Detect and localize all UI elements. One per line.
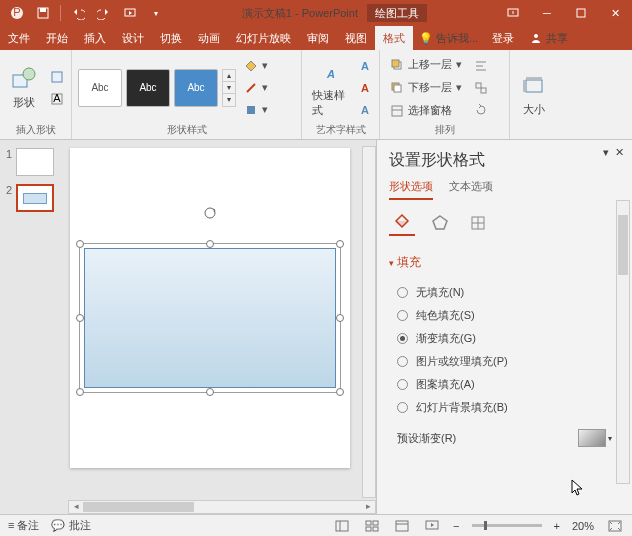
handle-n[interactable] (206, 240, 214, 248)
slide-canvas[interactable]: ◂▸ (60, 140, 376, 514)
group-arrange: 排列 (386, 121, 503, 137)
send-backward-button[interactable]: 下移一层 ▾ (386, 78, 466, 98)
shape-fill-icon[interactable]: ▾ (240, 56, 272, 76)
radio-picture-fill[interactable]: 图片或纹理填充(P) (389, 350, 620, 373)
zoom-slider[interactable] (472, 524, 542, 527)
pane-scrollbar[interactable] (616, 200, 630, 484)
shape-outline-icon[interactable]: ▾ (240, 78, 272, 98)
svg-rect-28 (366, 527, 371, 531)
svg-point-9 (23, 68, 35, 80)
svg-rect-6 (577, 9, 585, 17)
fill-line-icon[interactable] (389, 210, 415, 236)
svg-rect-18 (394, 85, 401, 92)
text-effects-icon[interactable]: A (357, 100, 373, 120)
tab-review[interactable]: 审阅 (299, 26, 337, 50)
shape-effects-icon[interactable]: ▾ (240, 100, 272, 120)
fit-window-icon[interactable] (606, 519, 624, 533)
comments-button[interactable]: 💬 批注 (51, 518, 90, 533)
pane-title: 设置形状格式 (389, 150, 620, 171)
handle-nw[interactable] (76, 240, 84, 248)
share-button[interactable]: 共享 (522, 26, 576, 50)
group-icon[interactable] (470, 78, 492, 98)
radio-solid-fill[interactable]: 纯色填充(S) (389, 304, 620, 327)
handle-ne[interactable] (336, 240, 344, 248)
effects-icon[interactable] (427, 210, 453, 236)
thumb-2[interactable]: 2 (4, 184, 56, 212)
text-box-icon[interactable]: A (46, 89, 68, 109)
zoom-out-icon[interactable]: − (453, 520, 459, 532)
v-scrollbar[interactable] (362, 146, 376, 498)
sorter-view-icon[interactable] (363, 519, 381, 533)
zoom-in-icon[interactable]: + (554, 520, 560, 532)
selection-pane-button[interactable]: 选择窗格 (386, 101, 466, 121)
preset-gradient-dropdown[interactable]: ▾ (578, 429, 612, 447)
slide-thumbnails: 1 2 (0, 140, 60, 514)
quick-styles-button[interactable]: A 快速样式 (308, 56, 353, 120)
handle-s[interactable] (206, 388, 214, 396)
shapes-button[interactable]: 形状 (6, 63, 42, 112)
tab-format[interactable]: 格式 (375, 26, 413, 50)
tab-animations[interactable]: 动画 (190, 26, 228, 50)
tab-home[interactable]: 开始 (38, 26, 76, 50)
maximize-icon[interactable] (564, 0, 598, 26)
text-outline-icon[interactable]: A (357, 78, 373, 98)
redo-icon[interactable] (93, 2, 115, 24)
zoom-level[interactable]: 20% (572, 520, 594, 532)
text-fill-icon[interactable]: A (357, 56, 373, 76)
tab-insert[interactable]: 插入 (76, 26, 114, 50)
tab-file[interactable]: 文件 (0, 26, 38, 50)
close-icon[interactable]: ✕ (598, 0, 632, 26)
radio-pattern-fill[interactable]: 图案填充(A) (389, 373, 620, 396)
svg-rect-22 (526, 80, 542, 92)
save-icon[interactable] (32, 2, 54, 24)
format-shape-pane: ▾✕ 设置形状格式 形状选项 文本选项 填充 无填充(N) 纯色填充(S) 渐变… (376, 140, 632, 514)
align-icon[interactable] (470, 56, 492, 76)
h-scrollbar[interactable]: ◂▸ (68, 500, 376, 514)
svg-rect-10 (52, 72, 62, 82)
size-props-icon[interactable] (465, 210, 491, 236)
preset-gradient-label: 预设渐变(R) (397, 431, 456, 446)
pane-options-icon[interactable]: ▾ (603, 146, 609, 159)
qat-more-icon[interactable]: ▾ (145, 2, 167, 24)
radio-gradient-fill[interactable]: 渐变填充(G) (389, 327, 620, 350)
tab-view[interactable]: 视图 (337, 26, 375, 50)
tab-design[interactable]: 设计 (114, 26, 152, 50)
style-gallery-scroll[interactable]: ▴▾▾ (222, 69, 236, 107)
pane-tab-shape[interactable]: 形状选项 (389, 179, 433, 200)
size-button[interactable]: 大小 (516, 70, 552, 119)
style-swatch-3[interactable]: Abc (174, 69, 218, 107)
rotate-icon[interactable] (470, 100, 492, 120)
handle-se[interactable] (336, 388, 344, 396)
tab-slideshow[interactable]: 幻灯片放映 (228, 26, 299, 50)
handle-e[interactable] (336, 314, 344, 322)
pane-tab-text[interactable]: 文本选项 (449, 179, 493, 200)
edit-shape-icon[interactable] (46, 67, 68, 87)
reading-view-icon[interactable] (393, 519, 411, 533)
login-button[interactable]: 登录 (484, 26, 522, 50)
radio-slide-bg-fill[interactable]: 幻灯片背景填充(B) (389, 396, 620, 419)
rotate-handle[interactable] (203, 206, 217, 220)
radio-no-fill[interactable]: 无填充(N) (389, 281, 620, 304)
handle-sw[interactable] (76, 388, 84, 396)
svg-rect-30 (396, 521, 408, 531)
pane-close-icon[interactable]: ✕ (615, 146, 624, 159)
tab-transitions[interactable]: 切换 (152, 26, 190, 50)
thumb-1[interactable]: 1 (4, 148, 56, 176)
svg-rect-3 (40, 8, 46, 12)
context-tab-label: 绘图工具 (367, 4, 427, 22)
bring-forward-button[interactable]: 上移一层 ▾ (386, 55, 466, 75)
ribbon-options-icon[interactable] (496, 0, 530, 26)
minimize-icon[interactable]: ─ (530, 0, 564, 26)
normal-view-icon[interactable] (333, 519, 351, 533)
fill-section-header[interactable]: 填充 (389, 254, 620, 271)
start-from-beginning-icon[interactable] (119, 2, 141, 24)
style-swatch-1[interactable]: Abc (78, 69, 122, 107)
group-shape-styles: 形状样式 (78, 121, 295, 137)
style-swatch-2[interactable]: Abc (126, 69, 170, 107)
notes-button[interactable]: ≡ 备注 (8, 518, 39, 533)
handle-w[interactable] (76, 314, 84, 322)
svg-rect-19 (392, 106, 402, 116)
tell-me[interactable]: 💡告诉我... (413, 26, 484, 50)
slideshow-view-icon[interactable] (423, 519, 441, 533)
undo-icon[interactable] (67, 2, 89, 24)
